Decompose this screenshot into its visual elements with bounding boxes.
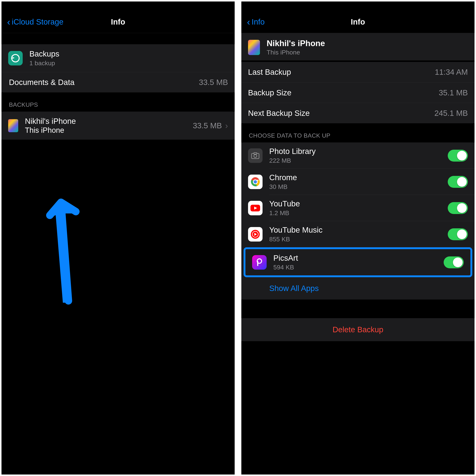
app-row-youtube-music: YouTube Music 855 KB: [241, 221, 475, 247]
stat-label: Last Backup: [248, 68, 435, 77]
last-backup-row: Last Backup 11:34 AM: [241, 62, 475, 82]
backups-section-header: BACKUPS: [1, 92, 235, 112]
device-backup-row[interactable]: Nikhil's iPhone This iPhone 33.5 MB ›: [1, 112, 235, 140]
toggle-picsart[interactable]: [444, 256, 464, 268]
back-button[interactable]: ‹ Info: [247, 16, 265, 28]
device-size: 33.5 MB: [193, 121, 222, 130]
screen-backup-details: ‹ Info Info Nikhil's iPhone This iPhone …: [240, 0, 476, 476]
app-name: PicsArt: [273, 254, 444, 263]
device-name: Nikhil's iPhone: [25, 117, 193, 126]
backup-size-row: Backup Size 35.1 MB: [241, 82, 475, 103]
next-backup-row: Next Backup Size 245.1 MB: [241, 103, 475, 123]
show-all-apps-button[interactable]: Show All Apps: [241, 277, 475, 300]
app-name: YouTube Music: [269, 225, 448, 235]
app-size: 855 KB: [269, 236, 448, 243]
backups-row[interactable]: Backups 1 backup: [1, 44, 235, 72]
back-button[interactable]: ‹ iCloud Storage: [7, 16, 63, 28]
documents-label: Documents & Data: [9, 78, 199, 87]
chevron-right-icon: ›: [225, 121, 228, 130]
app-size: 30 MB: [269, 183, 448, 190]
status-bar: [241, 1, 475, 11]
youtube-music-icon: [248, 227, 263, 241]
stat-value: 35.1 MB: [439, 88, 468, 97]
arrow-annotation-icon: [42, 197, 94, 308]
backup-stats: Last Backup 11:34 AM Backup Size 35.1 MB…: [241, 62, 475, 123]
back-label: iCloud Storage: [12, 17, 63, 26]
stat-label: Next Backup Size: [248, 109, 434, 118]
storage-section: Backups 1 backup Documents & Data 33.5 M…: [1, 44, 235, 92]
backups-sub: 1 backup: [29, 60, 228, 67]
stat-label: Backup Size: [248, 88, 439, 97]
app-row-photo-library: Photo Library 222 MB: [241, 142, 475, 169]
app-row-chrome: Chrome 30 MB: [241, 169, 475, 195]
device-icon: [248, 40, 260, 55]
app-size: 222 MB: [269, 157, 448, 164]
app-size: 594 KB: [273, 264, 444, 271]
backups-title: Backups: [29, 50, 228, 58]
nav-title: Info: [351, 17, 365, 26]
nav-bar: ‹ Info Info: [241, 11, 475, 33]
status-bar: [1, 1, 235, 11]
backups-list: Nikhil's iPhone This iPhone 33.5 MB ›: [1, 112, 235, 140]
choose-data-header: CHOOSE DATA TO BACK UP: [241, 123, 475, 142]
documents-value: 33.5 MB: [199, 78, 228, 87]
photos-icon: [248, 148, 263, 163]
nav-bar: ‹ iCloud Storage Info: [1, 11, 235, 33]
app-name: Chrome: [269, 173, 448, 182]
screen-icloud-info: ‹ iCloud Storage Info Backups 1 backup D…: [0, 0, 236, 476]
toggle-youtube[interactable]: [448, 202, 468, 214]
chevron-left-icon: ‹: [7, 16, 10, 28]
toggle-chrome[interactable]: [448, 176, 468, 188]
device-header: Nikhil's iPhone This iPhone: [241, 33, 475, 60]
documents-row[interactable]: Documents & Data 33.5 MB: [1, 72, 235, 92]
toggle-photo-library[interactable]: [448, 150, 468, 162]
device-name: Nikhil's iPhone: [267, 39, 325, 48]
delete-backup-button[interactable]: Delete Backup: [241, 318, 475, 341]
svg-rect-3: [254, 153, 257, 154]
device-sub: This iPhone: [25, 126, 193, 135]
app-name: YouTube: [269, 199, 448, 208]
chevron-left-icon: ‹: [247, 16, 250, 28]
device-icon: [8, 119, 18, 132]
app-row-youtube: YouTube 1.2 MB: [241, 195, 475, 221]
back-label: Info: [252, 17, 265, 26]
app-row-picsart: PicsArt 594 KB: [245, 249, 470, 275]
device-sub: This iPhone: [267, 49, 325, 56]
highlight-annotation: PicsArt 594 KB: [244, 247, 472, 277]
nav-title: Info: [111, 17, 125, 26]
svg-rect-12: [257, 261, 258, 266]
toggle-youtube-music[interactable]: [448, 228, 468, 240]
app-size: 1.2 MB: [269, 209, 448, 217]
stat-value: 11:34 AM: [435, 68, 468, 77]
app-name: Photo Library: [269, 147, 448, 156]
backup-icon: [8, 51, 23, 66]
youtube-icon: [248, 201, 263, 215]
svg-point-2: [254, 154, 257, 157]
chrome-icon: [248, 175, 263, 189]
stat-value: 245.1 MB: [434, 109, 468, 118]
app-backup-list: Photo Library 222 MB Chrome 30 MB YouTub…: [241, 142, 475, 300]
picsart-icon: [252, 255, 267, 270]
